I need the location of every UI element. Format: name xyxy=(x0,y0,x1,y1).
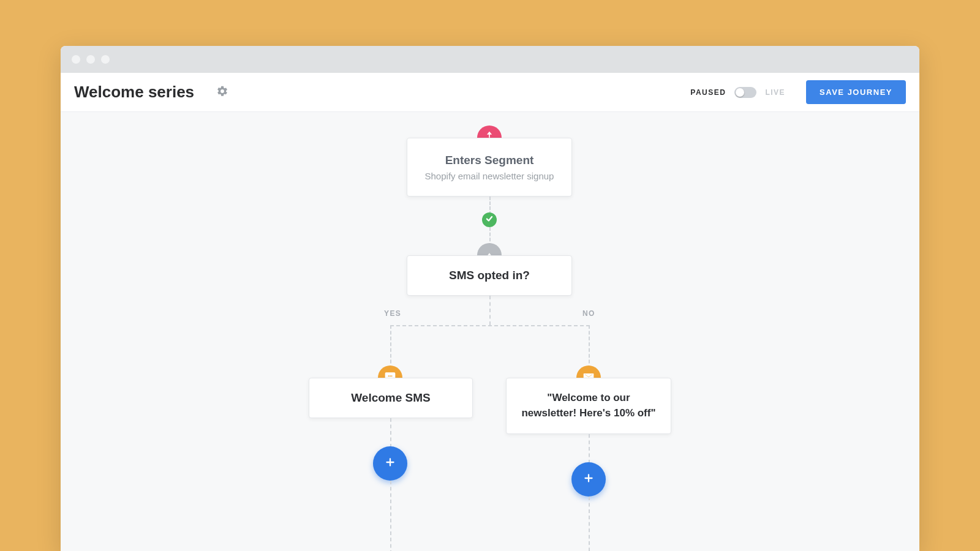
trigger-node[interactable]: Enters Segment Shopify email newsletter … xyxy=(407,138,572,197)
window-control-close[interactable] xyxy=(72,55,80,64)
settings-button[interactable] xyxy=(216,85,228,99)
save-journey-button[interactable]: SAVE JOURNEY xyxy=(806,80,906,104)
connector xyxy=(390,481,391,551)
status-toggle-group: PAUSED LIVE xyxy=(690,87,785,98)
connector xyxy=(489,296,491,325)
journey-canvas[interactable]: Enters Segment Shopify email newsletter … xyxy=(61,112,919,551)
svg-point-1 xyxy=(390,375,391,377)
condition-title: SMS opted in? xyxy=(449,269,530,282)
trigger-title: Enters Segment xyxy=(445,154,534,167)
plus-icon xyxy=(582,471,595,487)
connector xyxy=(589,325,590,369)
window-control-minimize[interactable] xyxy=(86,55,95,64)
yes-action-title: Welcome SMS xyxy=(351,391,431,405)
status-paused-label: PAUSED xyxy=(690,88,726,97)
plus-icon xyxy=(383,455,397,471)
add-step-yes-button[interactable] xyxy=(373,446,407,481)
check-badge xyxy=(482,212,497,227)
status-toggle[interactable] xyxy=(734,87,756,98)
check-icon xyxy=(485,214,494,225)
no-action-node[interactable]: "Welcome to our newsletter! Here's 10% o… xyxy=(506,378,671,434)
connector xyxy=(390,325,590,326)
connector xyxy=(589,497,590,551)
add-step-no-button[interactable] xyxy=(571,462,606,497)
connector xyxy=(390,325,391,369)
yes-action-node[interactable]: Welcome SMS xyxy=(309,378,473,418)
window-control-zoom[interactable] xyxy=(101,55,110,64)
condition-node[interactable]: SMS opted in? xyxy=(407,255,572,296)
svg-point-0 xyxy=(388,375,390,377)
status-live-label: LIVE xyxy=(765,88,785,97)
gear-icon xyxy=(216,88,228,100)
svg-point-2 xyxy=(391,375,393,377)
trigger-subtitle: Shopify email newsletter signup xyxy=(425,171,554,181)
app-window: Welcome series PAUSED LIVE SAVE JOURNEY … xyxy=(61,46,919,551)
toggle-knob xyxy=(736,88,744,97)
no-action-line2: newsletter! Here's 10% off" xyxy=(521,407,655,419)
branch-label-no: NO xyxy=(582,309,595,318)
branch-label-yes: YES xyxy=(384,309,401,318)
connector xyxy=(390,418,391,448)
toolbar: Welcome series PAUSED LIVE SAVE JOURNEY xyxy=(61,73,919,112)
journey-title: Welcome series xyxy=(74,83,194,102)
no-action-title: "Welcome to our newsletter! Here's 10% o… xyxy=(511,391,665,421)
connector xyxy=(589,434,590,463)
no-action-line1: "Welcome to our xyxy=(547,392,630,403)
window-titlebar xyxy=(61,46,919,73)
